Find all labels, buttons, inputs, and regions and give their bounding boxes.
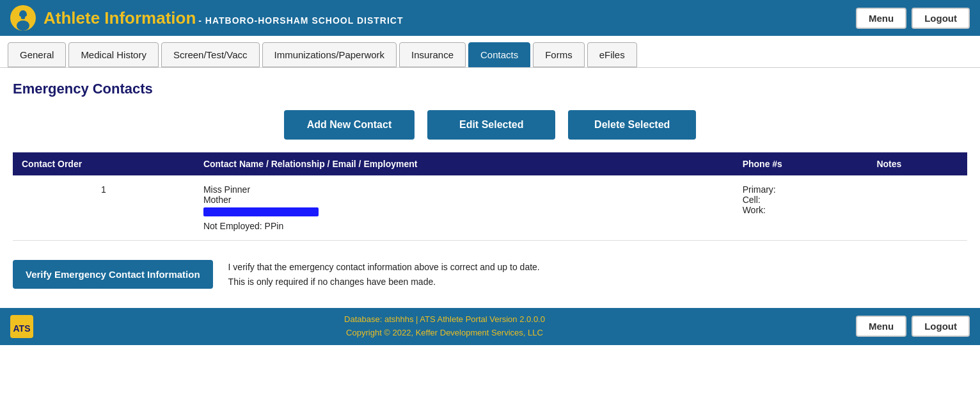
action-buttons: Add New Contact Edit Selected Delete Sel… <box>13 110 967 140</box>
delete-selected-button[interactable]: Delete Selected <box>568 110 696 140</box>
tab-medical-history[interactable]: Medical History <box>68 42 159 67</box>
svg-point-4 <box>25 16 29 20</box>
verify-section: Verify Emergency Contact Information I v… <box>13 247 967 295</box>
contacts-table: Contact Order Contact Name / Relationshi… <box>13 152 967 241</box>
verify-emergency-contact-button[interactable]: Verify Emergency Contact Information <box>13 260 213 289</box>
svg-point-3 <box>17 16 21 20</box>
header: Athlete Information - HATBORO-HORSHAM SC… <box>0 0 980 36</box>
col-contact-order: Contact Order <box>13 152 194 175</box>
contact-work-phone: Work: <box>743 205 859 215</box>
verify-text-line2: This is only required if no changes have… <box>228 275 540 289</box>
edit-selected-button[interactable]: Edit Selected <box>427 110 555 140</box>
main-content: Emergency Contacts Add New Contact Edit … <box>0 68 980 295</box>
contact-relationship: Mother <box>203 195 725 205</box>
header-left: Athlete Information - HATBORO-HORSHAM SC… <box>10 5 403 31</box>
contact-order-cell: 1 <box>13 175 194 241</box>
footer-menu-button[interactable]: Menu <box>856 316 906 337</box>
tab-general[interactable]: General <box>8 42 66 67</box>
section-title: Emergency Contacts <box>13 81 967 97</box>
contact-name: Miss Pinner <box>203 184 725 195</box>
contact-info-cell: Miss Pinner Mother Not Employed: PPin <box>194 175 734 241</box>
footer-logout-button[interactable]: Logout <box>912 316 970 337</box>
contact-primary-phone: Primary: <box>743 184 859 195</box>
tab-efiles[interactable]: eFiles <box>587 42 637 67</box>
app-title: Athlete Information <box>43 8 196 28</box>
contact-employment: Not Employed: PPin <box>203 221 725 231</box>
verify-text: I verify that the emergency contact info… <box>228 260 540 289</box>
contact-cell-phone: Cell: <box>743 195 859 205</box>
contact-phones-cell: Primary: Cell: Work: <box>734 175 868 241</box>
add-new-contact-button[interactable]: Add New Contact <box>284 110 415 140</box>
svg-text:ATS: ATS <box>13 323 31 334</box>
header-logout-button[interactable]: Logout <box>912 8 970 29</box>
tab-immunizations-paperwork[interactable]: Immunizations/Paperwork <box>262 42 397 67</box>
header-menu-button[interactable]: Menu <box>856 8 906 29</box>
footer-buttons: Menu Logout <box>856 316 970 337</box>
col-phone-numbers: Phone #s <box>734 152 868 175</box>
table-header-row: Contact Order Contact Name / Relationshi… <box>13 152 967 175</box>
verify-text-line1: I verify that the emergency contact info… <box>228 260 540 274</box>
tab-screen-test-vacc[interactable]: Screen/Test/Vacc <box>161 42 260 67</box>
col-contact-name: Contact Name / Relationship / Email / Em… <box>194 152 734 175</box>
footer: ATS Database: atshhhs | ATS Athlete Port… <box>0 308 980 345</box>
school-name: - HATBORO-HORSHAM SCHOOL DISTRICT <box>198 15 403 26</box>
header-buttons: Menu Logout <box>856 8 970 29</box>
tab-forms[interactable]: Forms <box>533 42 585 67</box>
contact-notes-cell <box>867 175 967 241</box>
header-title-group: Athlete Information - HATBORO-HORSHAM SC… <box>43 8 403 28</box>
athlete-icon <box>10 5 36 31</box>
table-row[interactable]: 1 Miss Pinner Mother Not Employed: PPin … <box>13 175 967 241</box>
tab-contacts[interactable]: Contacts <box>468 42 530 67</box>
tab-insurance[interactable]: Insurance <box>399 42 466 67</box>
footer-logo: ATS <box>10 315 33 338</box>
tabs-bar: General Medical History Screen/Test/Vacc… <box>0 36 980 68</box>
footer-text-line2: Copyright © 2022, Keffer Development Ser… <box>344 327 545 340</box>
ats-logo-icon: ATS <box>10 315 33 338</box>
contact-email-redacted <box>203 207 319 216</box>
footer-center: Database: atshhhs | ATS Athlete Portal V… <box>344 313 545 340</box>
col-notes: Notes <box>867 152 967 175</box>
svg-point-2 <box>17 20 29 31</box>
footer-text-line1: Database: atshhhs | ATS Athlete Portal V… <box>344 313 545 327</box>
